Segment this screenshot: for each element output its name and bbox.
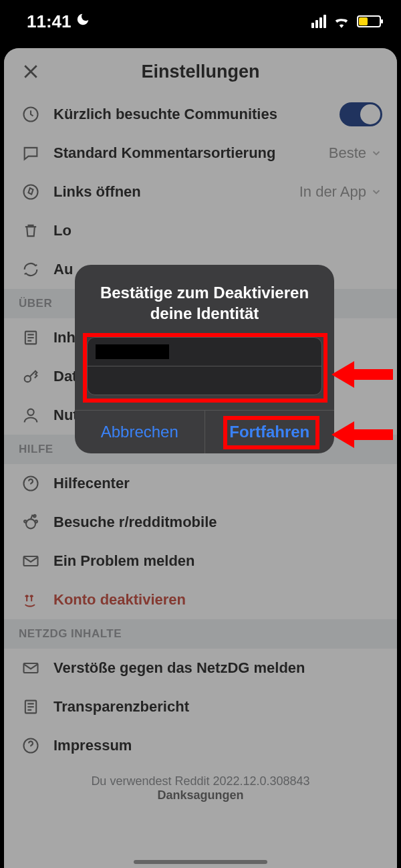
status-time-group: 11:41	[27, 11, 90, 32]
row-netzdg-report[interactable]: Verstöße gegen das NetzDG melden	[4, 649, 397, 687]
continue-button[interactable]: Fortfahren	[205, 411, 335, 453]
status-icons	[311, 15, 381, 28]
row-label: Hilfecenter	[53, 475, 382, 492]
do-not-disturb-icon	[76, 12, 90, 31]
chevron-down-icon	[370, 186, 382, 198]
confirm-identity-modal: Bestätige zum Deaktivieren deine Identit…	[75, 265, 334, 453]
row-transparency[interactable]: Transparenzbericht	[4, 687, 397, 726]
annotation-arrow-1	[331, 354, 397, 395]
svg-point-9	[33, 515, 36, 518]
wifi-icon	[333, 15, 350, 28]
svg-point-7	[24, 520, 27, 523]
row-label: Ein Problem melden	[53, 552, 382, 570]
reddit-icon	[19, 510, 43, 534]
row-label: Transparenzbericht	[53, 698, 382, 716]
battery-icon	[357, 15, 381, 27]
compass-icon	[19, 180, 43, 204]
document-icon	[19, 326, 43, 350]
thanks-link[interactable]: Danksagungen	[4, 788, 397, 802]
mail-icon	[19, 549, 43, 573]
svg-point-8	[35, 520, 37, 523]
home-indicator[interactable]	[134, 860, 267, 864]
row-subreddit[interactable]: Besuche r/redditmobile	[4, 503, 397, 542]
refresh-icon	[19, 257, 43, 282]
cellular-icon	[311, 15, 326, 28]
row-helpcenter[interactable]: Hilfecenter	[4, 464, 397, 503]
row-value: In der App	[299, 183, 366, 201]
row-label: Konto deaktivieren	[53, 591, 382, 609]
credentials-input-group	[87, 337, 322, 395]
help-icon	[19, 734, 43, 758]
footer: Du verwendest Reddit 2022.12.0.308843 Da…	[4, 765, 397, 802]
modal-title: Bestätige zum Deaktivieren deine Identit…	[75, 265, 334, 337]
row-label: Besuche r/redditmobile	[53, 514, 382, 531]
trash-icon	[19, 219, 43, 243]
row-lo[interactable]: Lo	[4, 211, 397, 250]
redacted-text	[96, 344, 169, 359]
chevron-down-icon	[370, 147, 382, 159]
row-label: Standard Kommentarsortierung	[53, 144, 329, 162]
page-title: Einstellungen	[16, 62, 385, 82]
row-label: Kürzlich besuchte Communities	[53, 106, 340, 123]
username-field[interactable]	[88, 338, 321, 366]
settings-page: Einstellungen Kürzlich besuchte Communit…	[4, 48, 397, 868]
comment-icon	[19, 141, 43, 165]
key-icon	[19, 364, 43, 389]
row-recent-communities[interactable]: Kürzlich besuchte Communities	[4, 95, 397, 134]
person-icon	[19, 403, 43, 427]
status-time: 11:41	[27, 11, 72, 32]
svg-point-4	[27, 409, 33, 415]
status-bar: 11:41	[0, 0, 401, 43]
page-header: Einstellungen	[4, 48, 397, 95]
row-label: Verstöße gegen das NetzDG melden	[53, 659, 382, 677]
annotation-arrow-2	[331, 415, 397, 455]
svg-point-6	[26, 519, 35, 528]
toggle-recent[interactable]	[340, 102, 382, 126]
modal-buttons: Abbrechen Fortfahren	[75, 410, 334, 453]
row-label: Links öffnen	[53, 183, 299, 201]
row-report-problem[interactable]: Ein Problem melden	[4, 542, 397, 580]
svg-point-1	[24, 185, 38, 199]
row-label: Impressum	[53, 737, 382, 754]
help-icon	[19, 471, 43, 496]
section-netzdg: NETZDG INHALTE	[4, 619, 397, 649]
mail-icon	[19, 656, 43, 680]
row-value: Beste	[329, 144, 366, 162]
row-label: Lo	[53, 222, 382, 239]
clock-icon	[19, 102, 43, 126]
svg-point-3	[25, 376, 31, 382]
peace-icon	[19, 588, 43, 612]
cancel-button[interactable]: Abbrechen	[75, 411, 205, 453]
row-comment-sort[interactable]: Standard Kommentarsortierung Beste	[4, 134, 397, 173]
row-open-links[interactable]: Links öffnen In der App	[4, 173, 397, 211]
row-deactivate-account[interactable]: Konto deaktivieren	[4, 580, 397, 619]
password-field[interactable]	[88, 366, 321, 395]
row-impressum[interactable]: Impressum	[4, 726, 397, 765]
version-text: Du verwendest Reddit 2022.12.0.308843	[4, 774, 397, 788]
document-icon	[19, 695, 43, 719]
